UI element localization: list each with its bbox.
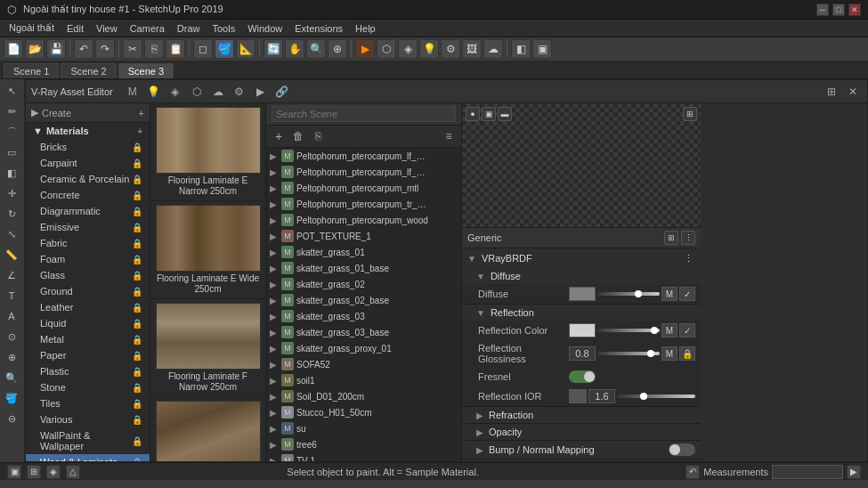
cat-liquid[interactable]: Liquid 🔒 xyxy=(26,315,150,331)
scene-item-7[interactable]: ▶ M skatter_grass_01 xyxy=(266,244,461,260)
tool-pan2[interactable]: ⊕ xyxy=(2,347,21,367)
prop-menu-btn[interactable]: ⋮ xyxy=(681,231,695,245)
ae-expand-button[interactable]: ⊞ xyxy=(823,83,840,101)
scene-search-input[interactable] xyxy=(272,106,456,122)
maximize-button[interactable]: □ xyxy=(832,4,845,16)
cat-wood[interactable]: Wood & Laminate 🔒 xyxy=(26,454,150,461)
thumb-item-3[interactable]: Flooring Laminate F Narrow 250cm xyxy=(150,299,265,397)
tool-pencil[interactable]: ✏ xyxy=(2,102,21,121)
tool-section[interactable]: ⊖ xyxy=(2,409,21,428)
menu-file[interactable]: Ngoài thất xyxy=(4,20,60,36)
copy-button[interactable]: ⎘ xyxy=(144,39,164,59)
opacity-header[interactable]: ▶ Opacity xyxy=(462,424,701,440)
scene-item-9[interactable]: ▶ M skatter_grass_02 xyxy=(266,276,461,292)
reflection-ior-slider[interactable] xyxy=(617,394,695,398)
ae-icon-light[interactable]: 💡 xyxy=(145,83,163,101)
scene-duplicate-icon[interactable]: ⎘ xyxy=(309,127,327,145)
thumb-item-1[interactable]: Flooring Laminate E Narrow 250cm xyxy=(150,103,265,201)
cat-fabric[interactable]: Fabric 🔒 xyxy=(26,235,150,251)
displacement-header[interactable]: ▶ Displacement xyxy=(462,460,701,461)
tab-scene1[interactable]: Scene 1 xyxy=(4,63,59,78)
diffuse-header[interactable]: ▼ Diffuse xyxy=(462,268,701,284)
scene-item-2[interactable]: ▶ M Peltophorum_pterocarpum_lf_02_su_co_… xyxy=(266,164,461,180)
tool-rect[interactable]: ▭ xyxy=(2,142,21,162)
cat-metal[interactable]: Metal 🔒 xyxy=(26,331,150,347)
scene-item-3[interactable]: ▶ M Peltophorum_pterocarpum_mtl xyxy=(266,180,461,196)
tab-scene2[interactable]: Scene 2 xyxy=(61,63,116,78)
cat-ceramic[interactable]: Ceramic & Porcelain 🔒 xyxy=(26,171,150,187)
ae-icon-cloud[interactable]: 🔗 xyxy=(273,83,291,101)
new-button[interactable]: 📄 xyxy=(4,39,23,59)
tool-select[interactable]: ↖ xyxy=(2,81,21,101)
ae-icon-env[interactable]: ☁ xyxy=(209,83,227,101)
cat-concrete[interactable]: Concrete 🔒 xyxy=(26,187,150,203)
bump-header[interactable]: ▶ Bump / Normal Mapping xyxy=(462,441,701,459)
create-add-icon[interactable]: + xyxy=(139,108,144,118)
zoom-ext-button[interactable]: ⊕ xyxy=(328,39,347,59)
ae-close-button[interactable]: ✕ xyxy=(844,83,862,101)
tool-push[interactable]: ◧ xyxy=(2,163,21,183)
preview-sphere-btn[interactable]: ● xyxy=(466,107,480,121)
tool-protractor[interactable]: ∠ xyxy=(2,265,21,285)
cat-emissive[interactable]: Emissive 🔒 xyxy=(26,219,150,235)
tool-arc[interactable]: ⌒ xyxy=(2,122,21,142)
scene-item-15[interactable]: ▶ M soil1 xyxy=(266,372,461,388)
tool-move[interactable]: ✛ xyxy=(2,183,21,203)
undo-button[interactable]: ↶ xyxy=(74,39,93,59)
create-expand[interactable]: ▶ Create xyxy=(31,107,71,118)
menu-camera[interactable]: Camera xyxy=(125,21,170,36)
cat-paper[interactable]: Paper 🔒 xyxy=(26,347,150,363)
bump-toggle[interactable] xyxy=(669,443,695,456)
scene-item-11[interactable]: ▶ M skatter_grass_03 xyxy=(266,308,461,324)
refraction-header[interactable]: ▶ Refraction xyxy=(462,407,701,423)
vray-render-button[interactable]: ▶ xyxy=(355,39,375,59)
cat-wallpaint[interactable]: WallPaint & Wallpaper 🔒 xyxy=(26,427,150,454)
vray-fb-button[interactable]: 🖼 xyxy=(462,39,482,59)
ae-icon-texture[interactable]: ⬡ xyxy=(188,83,206,101)
reflection-gloss-tex-btn[interactable]: M xyxy=(661,346,677,361)
cat-stone[interactable]: Stone 🔒 xyxy=(26,379,150,395)
ae-icon-material[interactable]: M xyxy=(124,83,142,101)
diffuse-slider[interactable] xyxy=(597,292,660,296)
diffuse-tex-btn[interactable]: M xyxy=(661,287,677,301)
diffuse-thumb[interactable] xyxy=(635,290,642,297)
cut-button[interactable]: ✂ xyxy=(123,39,142,59)
vray-irender-button[interactable]: ⬡ xyxy=(377,39,396,59)
reflection-gloss-input[interactable] xyxy=(569,346,596,361)
vray-options-button[interactable]: ⚙ xyxy=(441,39,460,59)
scene-item-13[interactable]: ▶ M skatter_grass_proxy_01 xyxy=(266,340,461,356)
style-button[interactable]: ◧ xyxy=(511,39,531,59)
tool-rotate[interactable]: ↻ xyxy=(2,204,21,224)
fresnel-toggle[interactable] xyxy=(569,370,596,383)
reflection-toggle-btn[interactable]: ✓ xyxy=(679,323,695,338)
scene-item-20[interactable]: ▶ M TV 1 xyxy=(266,452,461,461)
status-layer-btn[interactable]: ▣ xyxy=(7,465,21,479)
save-button[interactable]: 💾 xyxy=(46,39,66,59)
measure-button[interactable]: 📐 xyxy=(236,39,256,59)
scene-item-17[interactable]: ▶ M Stucco_H01_50cm xyxy=(266,404,461,420)
cat-plastic[interactable]: Plastic 🔒 xyxy=(26,363,150,379)
scene-delete-icon[interactable]: 🗑 xyxy=(289,127,307,145)
ae-icon-render[interactable]: ▶ xyxy=(252,83,270,101)
cat-foam[interactable]: Foam 🔒 xyxy=(26,251,150,267)
reflection-gloss-slider[interactable] xyxy=(597,352,660,355)
minimize-button[interactable]: ─ xyxy=(816,4,829,16)
reflection-color-swatch[interactable] xyxy=(569,323,596,338)
reflection-slider[interactable] xyxy=(597,329,660,332)
tool-tape[interactable]: 📏 xyxy=(2,245,21,264)
preview-cube-btn[interactable]: ▣ xyxy=(482,107,496,121)
tab-scene3[interactable]: Scene 3 xyxy=(118,63,174,78)
status-scene-btn[interactable]: ⊞ xyxy=(27,465,41,479)
vray-lights-button[interactable]: 💡 xyxy=(419,39,439,59)
tool-scale[interactable]: ⤡ xyxy=(2,224,21,244)
thumb-item-2[interactable]: Flooring Laminate E Wide 250cm xyxy=(150,201,265,299)
scene-item-10[interactable]: ▶ M skatter_grass_02_base xyxy=(266,292,461,308)
vray-assets-button[interactable]: ◈ xyxy=(398,39,418,59)
scene-item-1[interactable]: ▶ M Peltophorum_pterocarpum_lf_01_su_co_… xyxy=(266,148,461,164)
diffuse-color-swatch[interactable] xyxy=(569,287,596,301)
cat-ground[interactable]: Ground 🔒 xyxy=(26,283,150,299)
scene-item-5[interactable]: ▶ M Peltophorum_pterocarpum_wood xyxy=(266,212,461,228)
paint-button[interactable]: 🪣 xyxy=(215,39,234,59)
scene-item-16[interactable]: ▶ M Soil_D01_200cm xyxy=(266,388,461,404)
cat-glass[interactable]: Glass 🔒 xyxy=(26,267,150,283)
